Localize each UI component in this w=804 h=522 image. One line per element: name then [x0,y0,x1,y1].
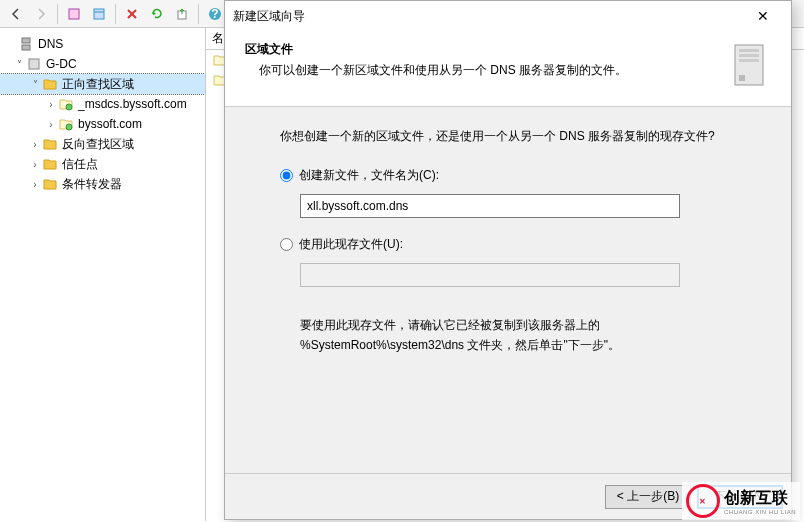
zone-icon [58,116,74,132]
collapse-toggle[interactable]: ˅ [12,59,26,70]
expand-toggle[interactable]: › [28,179,42,190]
svg-rect-7 [22,38,30,43]
folder-icon [42,176,58,192]
collapse-toggle[interactable]: ˅ [28,79,42,90]
tree-label: 信任点 [62,156,98,173]
svg-rect-15 [739,59,759,62]
zone-icon [58,96,74,112]
tree-label: 条件转发器 [62,176,122,193]
properties-icon[interactable] [87,2,111,26]
svg-rect-16 [739,75,745,81]
tree-cond-forwarders[interactable]: › 条件转发器 [0,174,205,194]
column-label: 名 [212,30,224,47]
radio-label: 创建新文件，文件名为(C): [299,167,439,184]
existing-file-input [300,263,680,287]
radio-create-new[interactable]: 创建新文件，文件名为(C): [280,167,736,184]
dialog-title-text: 新建区域向导 [233,8,743,25]
radio-create-input[interactable] [280,169,293,182]
filename-input[interactable] [300,194,680,218]
tree-root-dns[interactable]: DNS [0,34,205,54]
close-icon[interactable]: ✕ [743,8,783,24]
svg-rect-13 [739,49,759,52]
watermark-brand: 创新互联 [724,488,796,509]
tree-zone-main[interactable]: › byssoft.com [0,114,205,134]
tree-zone-msdcs[interactable]: › _msdcs.byssoft.com [0,94,205,114]
new-window-icon[interactable] [62,2,86,26]
tree-label: G-DC [46,57,77,71]
svg-rect-0 [69,9,79,19]
watermark-sub: CHUANG XIN HU LIAN [724,509,796,515]
back-icon[interactable] [4,2,28,26]
dialog-body: 你想创建一个新的区域文件，还是使用一个从另一个 DNS 服务器复制的现存文件? … [225,107,791,366]
folder-icon [42,76,58,92]
svg-rect-9 [29,59,39,69]
tree-panel: DNS ˅ G-DC ˅ 正向查找区域 › _msdcs.byssoft.com… [0,28,206,521]
expand-toggle[interactable]: › [28,139,42,150]
radio-existing-input[interactable] [280,238,293,251]
tree-label: DNS [38,37,63,51]
delete-icon[interactable] [120,2,144,26]
tree-server[interactable]: ˅ G-DC [0,54,205,74]
svg-rect-8 [22,45,30,50]
dialog-titlebar: 新建区域向导 ✕ [225,1,791,31]
forward-icon[interactable] [29,2,53,26]
refresh-icon[interactable] [145,2,169,26]
tree-trust-points[interactable]: › 信任点 [0,154,205,174]
svg-point-11 [66,124,72,130]
radio-label: 使用此现存文件(U): [299,236,403,253]
tree-reverse-lookup[interactable]: › 反向查找区域 [0,134,205,154]
tree-label: 反向查找区域 [62,136,134,153]
dialog-question: 你想创建一个新的区域文件，还是使用一个从另一个 DNS 服务器复制的现存文件? [280,127,736,145]
server-graphic-icon [729,41,771,92]
expand-toggle[interactable]: › [44,119,58,130]
dns-icon [18,36,34,52]
folder-icon [42,156,58,172]
svg-rect-14 [739,54,759,57]
expand-toggle[interactable]: › [28,159,42,170]
wizard-dialog: 新建区域向导 ✕ 区域文件 你可以创建一个新区域文件和使用从另一个 DNS 服务… [224,0,792,520]
dialog-header: 区域文件 你可以创建一个新区域文件和使用从另一个 DNS 服务器复制的文件。 [225,31,791,107]
watermark: ✕ 创新互联 CHUANG XIN HU LIAN [682,482,800,520]
logo-icon: ✕ [686,484,720,518]
dialog-header-title: 区域文件 [245,41,729,58]
note-line: 要使用此现存文件，请确认它已经被复制到该服务器上的 [300,315,736,335]
note-text: 要使用此现存文件，请确认它已经被复制到该服务器上的 %SystemRoot%\s… [300,315,736,356]
tree-label: 正向查找区域 [62,76,134,93]
tree-label: _msdcs.byssoft.com [78,97,187,111]
svg-rect-1 [94,9,104,19]
dialog-header-sub: 你可以创建一个新区域文件和使用从另一个 DNS 服务器复制的文件。 [245,62,729,79]
tree-label: byssoft.com [78,117,142,131]
tree-forward-lookup[interactable]: ˅ 正向查找区域 [0,74,205,94]
server-icon [26,56,42,72]
export-icon[interactable] [170,2,194,26]
radio-use-existing[interactable]: 使用此现存文件(U): [280,236,736,253]
folder-icon [42,136,58,152]
expand-toggle[interactable]: › [44,99,58,110]
back-button[interactable]: < 上一步(B) [605,485,691,509]
svg-point-10 [66,104,72,110]
note-line: %SystemRoot%\system32\dns 文件夹，然后单击"下一步"。 [300,335,736,355]
svg-text:?: ? [211,7,218,21]
